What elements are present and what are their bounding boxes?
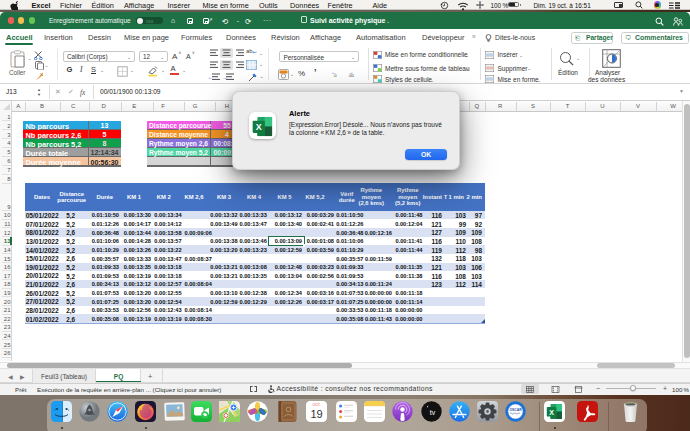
- svg-text:OCT.: OCT.: [312, 403, 320, 407]
- svg-text:X: X: [549, 409, 554, 416]
- svg-text:X: X: [255, 122, 261, 132]
- svg-text:19: 19: [310, 408, 322, 420]
- svg-text:OSCAR: OSCAR: [509, 408, 522, 412]
- svg-text:tv: tv: [429, 409, 435, 416]
